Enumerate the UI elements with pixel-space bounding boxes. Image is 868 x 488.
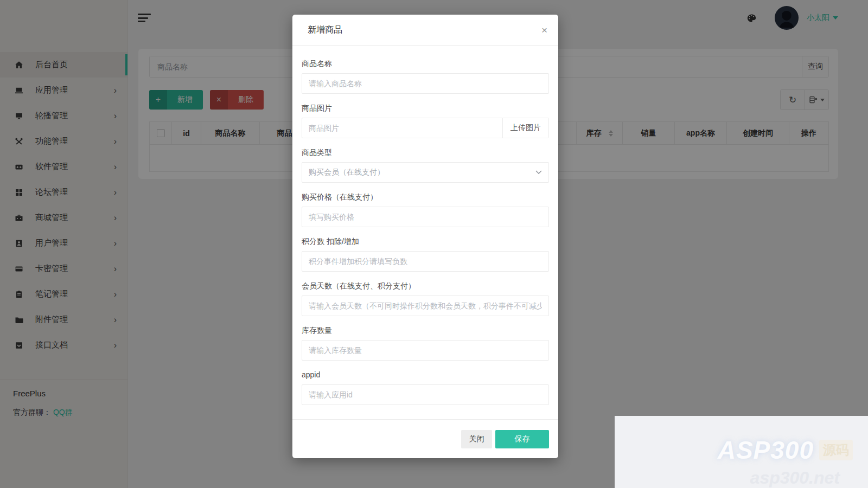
product-image-input[interactable]: [302, 118, 503, 138]
add-product-modal: 新增商品 × 商品名称 商品图片 上传图片 商品类型 购买会员（在线支付）: [292, 15, 558, 458]
field-product-type: 商品类型 购买会员（在线支付）: [302, 147, 549, 183]
modal-title: 新增商品: [308, 24, 342, 36]
field-label: 积分数 扣除/增加: [302, 236, 549, 247]
field-label: 购买价格（在线支付）: [302, 191, 549, 202]
points-input[interactable]: [302, 251, 549, 272]
modal-header: 新增商品 ×: [292, 15, 558, 46]
admin-app: 后台首页 应用管理 › 轮播管理 › 功能管理: [0, 0, 868, 488]
watermark-site: asp300.net: [750, 468, 840, 488]
select-value: 购买会员（在线支付）: [309, 168, 385, 177]
chevron-down-icon: [535, 170, 542, 175]
upload-image-button[interactable]: 上传图片: [503, 118, 549, 138]
purchase-price-input[interactable]: [302, 207, 549, 227]
stock-quantity-input[interactable]: [302, 340, 549, 361]
member-days-input[interactable]: [302, 296, 549, 316]
field-appid: appid: [302, 369, 549, 405]
close-icon[interactable]: ×: [539, 24, 550, 36]
field-points: 积分数 扣除/增加: [302, 236, 549, 272]
field-member-days: 会员天数（在线支付、积分支付）: [302, 280, 549, 316]
modal-footer: 关闭 保存: [292, 419, 558, 458]
field-purchase-price: 购买价格（在线支付）: [302, 191, 549, 227]
field-label: 商品类型: [302, 147, 549, 158]
watermark-box: ASP300 源码 asp300.net: [615, 416, 868, 488]
field-label: 会员天数（在线支付、积分支付）: [302, 280, 549, 291]
watermark-tag: 源码: [819, 440, 853, 460]
field-product-name: 商品名称: [302, 58, 549, 94]
modal-body: 商品名称 商品图片 上传图片 商品类型 购买会员（在线支付）: [292, 46, 558, 419]
field-label: 库存数量: [302, 325, 549, 336]
modal-save-button[interactable]: 保存: [495, 430, 549, 448]
appid-input[interactable]: [302, 384, 549, 405]
product-name-input[interactable]: [302, 73, 549, 94]
field-label: 商品图片: [302, 102, 549, 113]
watermark-brand: ASP300: [718, 435, 814, 465]
field-label: 商品名称: [302, 58, 549, 69]
field-label: appid: [302, 369, 549, 380]
field-stock-quantity: 库存数量: [302, 325, 549, 361]
modal-close-button[interactable]: 关闭: [461, 430, 492, 448]
product-type-select[interactable]: 购买会员（在线支付）: [302, 162, 549, 183]
field-product-image: 商品图片 上传图片: [302, 102, 549, 138]
